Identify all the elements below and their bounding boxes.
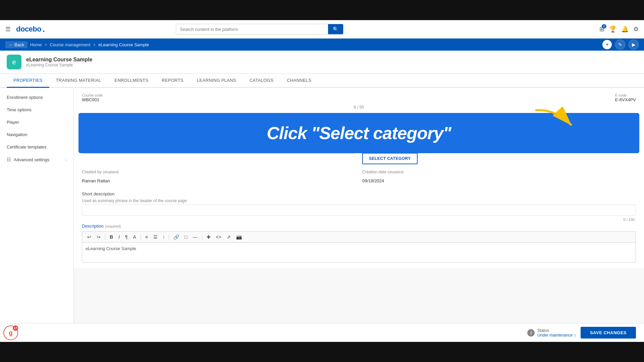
tab-reports[interactable]: REPORTS [155, 74, 190, 88]
hr-btn[interactable]: — [191, 234, 199, 240]
course-subtitle: eLearning Course Sample [26, 63, 92, 67]
description-editor[interactable]: eLearning Course Sample [82, 243, 636, 263]
undo-btn[interactable]: ↩ [86, 234, 93, 240]
badge-count: 0 [602, 24, 606, 28]
tab-properties[interactable]: PROPERTIES [7, 74, 49, 88]
breadcrumb-bar: ← Back Home > Course management > eLearn… [0, 39, 644, 51]
status-chevron-icon: ↕ [574, 333, 576, 338]
status-section: i Status: Under maintenance ↕ [527, 328, 576, 338]
ecode-field: E-code E-6VX4PV [615, 93, 636, 102]
trophy-icon[interactable]: 🏆 [609, 25, 616, 33]
search-bar: 🔍 [176, 24, 343, 35]
search-button[interactable]: 🔍 [328, 24, 343, 34]
course-icon: e [7, 55, 21, 69]
g2-badge[interactable]: g 17 [3, 325, 18, 340]
bottom-black-bar [0, 342, 644, 346]
fullscreen-btn[interactable]: ⇗ [225, 234, 232, 240]
creation-date-label: Creation date (disabled) [362, 170, 636, 174]
play-icon-btn[interactable]: ▶ [629, 40, 639, 50]
search-input[interactable] [176, 24, 328, 34]
media-btn[interactable]: □ [183, 234, 189, 240]
codes-section: Course code WBC001 E-code E-6VX4PV 6 / 5… [74, 88, 644, 268]
link-btn[interactable]: 🔗 [172, 234, 181, 240]
toolbar-divider-4 [202, 234, 202, 240]
toolbar-divider-3 [169, 234, 169, 240]
redo-btn[interactable]: ↪ [95, 234, 102, 240]
description-section: Description (required) ↩ ↪ B I ¶ A ≡ ☰ ⁝… [82, 224, 636, 263]
status-label: Status: [537, 328, 576, 333]
sidebar-item-navigation[interactable]: Navigation [0, 128, 73, 141]
table-btn[interactable]: ✚ [205, 234, 212, 240]
description-label: Description (required) [82, 224, 636, 229]
sidebar: Enrollment options Time options Player N… [0, 88, 74, 346]
header: ☰ docebo. 🔍 ⊞ 0 🏆 🔔 ⚙ [0, 20, 644, 39]
back-arrow-icon: ← [9, 42, 13, 47]
bell-icon[interactable]: 🔔 [621, 25, 629, 33]
short-desc-label: Short description [82, 191, 636, 196]
toolbar-divider-2 [141, 234, 141, 240]
short-desc-hint: Used as summary phrase in the header of … [82, 198, 636, 203]
g2-notification-badge: 17 [13, 325, 18, 331]
back-button[interactable]: ← Back [5, 41, 28, 48]
top-black-bar [0, 0, 644, 20]
breadcrumb-sep-2: > [93, 42, 96, 47]
created-by-label: Created by (disabled) [82, 170, 356, 174]
editor-toolbar: ↩ ↪ B I ¶ A ≡ ☰ ⁝ 🔗 □ — ✚ [82, 231, 636, 243]
info-icon: i [527, 329, 535, 337]
tab-channels[interactable]: CHANNELS [280, 74, 318, 88]
image-btn[interactable]: 📸 [234, 234, 244, 240]
add-button[interactable]: + [602, 40, 612, 49]
creation-date-field: Creation date (disabled) 09/19/2024 [362, 170, 636, 186]
advanced-chevron-icon: › [65, 157, 67, 162]
align-btn[interactable]: ≡ [144, 234, 150, 240]
short-desc-input[interactable] [82, 204, 636, 216]
sidebar-adv-label: Advanced settings [14, 157, 49, 162]
breadcrumb-sep-1: > [45, 42, 47, 47]
short-desc-counter: 0 / 130 [623, 218, 635, 222]
gear-icon[interactable]: ⚙ [633, 25, 639, 33]
tab-catalogs[interactable]: CATALOGS [243, 74, 280, 88]
italic-btn[interactable]: I [117, 234, 121, 240]
creator-date-row: Created by (disabled) Raman Rattan Creat… [82, 170, 636, 186]
toolbar-divider-1 [105, 234, 105, 240]
breadcrumb-course-management[interactable]: Course management [50, 42, 90, 47]
status-value[interactable]: Under maintenance ↕ [537, 333, 576, 338]
save-changes-button[interactable]: SAVE CHANGES [581, 327, 636, 339]
created-by-field: Created by (disabled) Raman Rattan [82, 170, 356, 186]
hamburger-icon[interactable]: ☰ [5, 25, 11, 33]
course-title: eLearning Course Sample [26, 57, 92, 63]
sidebar-item-time[interactable]: Time options [0, 104, 73, 116]
paragraph-btn[interactable]: ¶ [123, 234, 129, 240]
edit-icon-btn[interactable]: ✎ [615, 40, 625, 50]
footer-bar: i Status: Under maintenance ↕ SAVE CHANG… [0, 323, 644, 342]
logo[interactable]: docebo. [16, 24, 45, 34]
logo-text: docebo [16, 25, 41, 34]
creation-date-value: 09/19/2024 [362, 176, 636, 186]
user-icon-badge[interactable]: ⊞ 0 [599, 25, 604, 33]
short-description-section: Short description Used as summary phrase… [82, 191, 636, 216]
ordered-list-btn[interactable]: ☰ [152, 234, 159, 240]
tabs-bar: PROPERTIES TRAINING MATERIAL ENROLLMENTS… [0, 74, 644, 88]
content-area: Course code WBC001 E-code E-6VX4PV 6 / 5… [74, 88, 644, 346]
status-labels: Status: Under maintenance ↕ [537, 328, 576, 338]
unordered-list-btn[interactable]: ⁝ [161, 234, 166, 240]
advanced-icon: ☷ [7, 157, 11, 162]
code-btn[interactable]: <> [214, 234, 223, 240]
tab-enrollments[interactable]: ENROLLMENTS [108, 74, 155, 88]
sidebar-item-enrollment[interactable]: Enrollment options [0, 91, 73, 104]
course-header: e eLearning Course Sample eLearning Cour… [0, 51, 644, 74]
select-category-button[interactable]: SELECT CATEGORY [362, 153, 418, 164]
main-area: Enrollment options Time options Player N… [0, 88, 644, 346]
course-code: Course code WBC001 [82, 93, 103, 102]
breadcrumb-home[interactable]: Home [30, 42, 42, 47]
tab-training-material[interactable]: TRAINING MATERIAL [49, 74, 108, 88]
code-value: WBC001 [82, 97, 103, 102]
course-info: eLearning Course Sample eLearning Course… [26, 57, 92, 67]
sidebar-item-certificate[interactable]: Certificate templates [0, 141, 73, 153]
tab-learning-plans[interactable]: LEARNING PLANS [190, 74, 243, 88]
sidebar-item-advanced[interactable]: ☷ Advanced settings › [0, 153, 73, 166]
text-color-btn[interactable]: A [131, 234, 138, 240]
bold-btn[interactable]: B [108, 234, 115, 240]
sidebar-item-player[interactable]: Player [0, 116, 73, 128]
breadcrumb-actions: + ✎ ▶ [602, 40, 639, 50]
